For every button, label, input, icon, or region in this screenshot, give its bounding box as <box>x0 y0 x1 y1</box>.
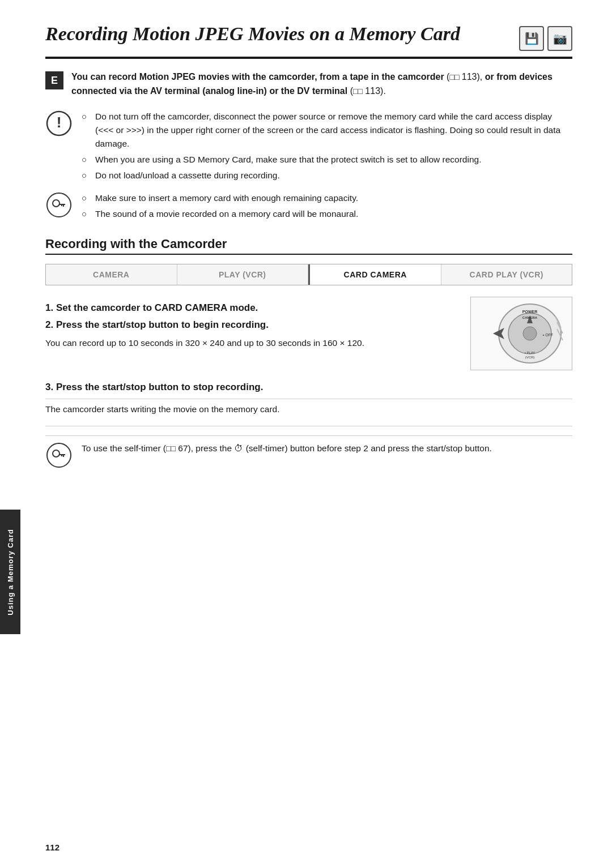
tab-camera[interactable]: CAMERA <box>46 264 177 285</box>
tab-card-camera[interactable]: CARD CAMERA <box>310 264 441 285</box>
svg-point-20 <box>53 450 60 457</box>
e-section: E You can record Motion JPEG movies with… <box>45 70 572 99</box>
svg-text:!: ! <box>57 114 62 131</box>
section-heading: Recording with the Camcorder <box>45 237 572 255</box>
e-badge: E <box>45 71 63 89</box>
svg-text:CAMERA: CAMERA <box>522 316 538 319</box>
warning-block: ! ○ Do not turn off the camcorder, disco… <box>45 110 572 185</box>
step-3: 3. Press the start/stop button to stop r… <box>45 382 572 393</box>
svg-point-3 <box>53 200 60 207</box>
header-icons: 💾 📷 <box>519 26 572 51</box>
memory-card-icon: 💾 <box>519 26 544 51</box>
tab-card-play-vcr[interactable]: CARD PLAY (VCR) <box>441 264 572 285</box>
step-2: 2. Press the start/stop button to begin … <box>45 319 459 331</box>
warning-item-1: ○ Do not turn off the camcorder, disconn… <box>82 110 572 151</box>
e-section-text: You can record Motion JPEG movies with t… <box>71 70 572 99</box>
step-3-section: 3. Press the start/stop button to stop r… <box>45 382 572 417</box>
mode-tabs: CAMERA PLAY (VCR) CARD CAMERA CARD PLAY … <box>45 264 572 285</box>
page-number: 112 <box>45 843 60 852</box>
tip-block: ○ Make sure to insert a memory card with… <box>45 191 572 223</box>
tip-content: ○ Make sure to insert a memory card with… <box>82 191 572 223</box>
svg-text:POWER: POWER <box>522 310 537 314</box>
camera-icon-header: 📷 <box>547 26 572 51</box>
main-content: Recording Motion JPEG Movies on a Memory… <box>0 0 612 501</box>
bottom-note: To use the self-timer (□□ 67), press the… <box>45 435 572 469</box>
svg-point-9 <box>523 327 537 340</box>
step-text-area: 1. Set the camcorder to CARD CAMERA mode… <box>45 297 459 350</box>
tip-item-2: ○ The sound of a movie recorded on a mem… <box>82 207 572 221</box>
side-tab: Using a Memory Card <box>0 510 20 634</box>
warning-item-3: ○ Do not load/unload a cassette during r… <box>82 169 572 182</box>
tip-icon <box>45 191 73 219</box>
step-1: 1. Set the camcorder to CARD CAMERA mode… <box>45 302 459 314</box>
step-3-subtext: The camcorder starts writing the movie o… <box>45 399 572 417</box>
warning-item-2: ○ When you are using a SD Memory Card, m… <box>82 153 572 166</box>
bottom-note-content: To use the self-timer (□□ 67), press the… <box>82 442 572 455</box>
svg-text:• PLAY: • PLAY <box>525 351 536 354</box>
page-header: Recording Motion JPEG Movies on a Memory… <box>45 23 572 59</box>
side-tab-label: Using a Memory Card <box>6 529 15 615</box>
tip-item-1: ○ Make sure to insert a memory card with… <box>82 191 572 205</box>
bottom-note-icon <box>45 442 73 469</box>
camcorder-image: POWER CAMERA • OFF • PLAY (VCR) <box>470 297 572 370</box>
warning-icon: ! <box>45 110 73 137</box>
step-2-body: You can record up to 10 seconds in 320 ×… <box>45 336 459 350</box>
page: Using a Memory Card Recording Motion JPE… <box>0 0 612 868</box>
steps-1-2-block: 1. Set the camcorder to CARD CAMERA mode… <box>45 297 572 370</box>
page-title: Recording Motion JPEG Movies on a Memory… <box>45 23 513 46</box>
divider <box>45 426 572 426</box>
svg-text:• OFF: • OFF <box>543 333 553 337</box>
tab-play-vcr[interactable]: PLAY (VCR) <box>177 264 309 285</box>
warning-content: ○ Do not turn off the camcorder, disconn… <box>82 110 572 185</box>
svg-text:(VCR): (VCR) <box>525 356 535 359</box>
